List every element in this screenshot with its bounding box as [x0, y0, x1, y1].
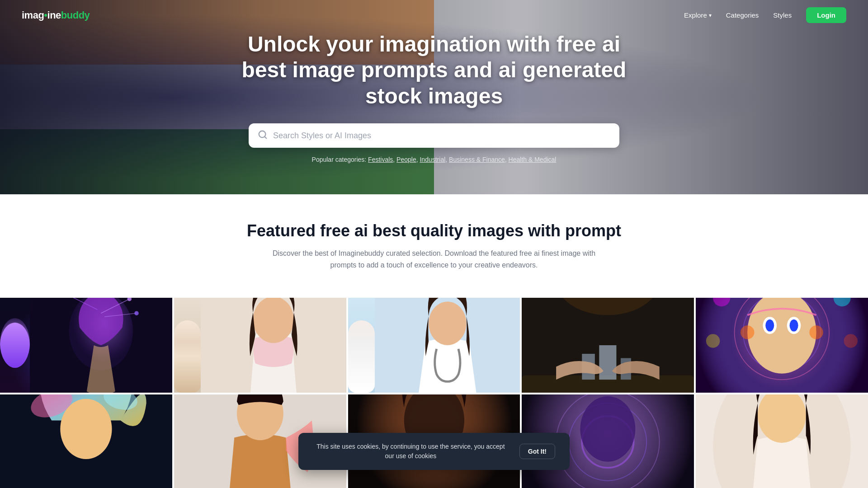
- category-festivals[interactable]: Festivals: [368, 156, 393, 163]
- svg-point-14: [429, 302, 467, 346]
- nav-categories[interactable]: Categories: [726, 11, 759, 19]
- svg-point-37: [60, 399, 112, 459]
- image-handshake: [522, 298, 694, 393]
- image-colorful-face: [696, 298, 868, 393]
- login-button[interactable]: Login: [806, 7, 846, 23]
- image-abstract-woman: [0, 394, 172, 488]
- nav-explore[interactable]: Explore: [684, 11, 712, 19]
- logo-buddy: buddy: [61, 9, 90, 21]
- category-industrial[interactable]: Industrial: [420, 156, 445, 163]
- category-business[interactable]: Business & Finance: [449, 156, 505, 163]
- category-health[interactable]: Health & Medical: [509, 156, 557, 163]
- featured-section: Featured free ai best quality images wit…: [0, 194, 868, 298]
- svg-line-1: [264, 137, 266, 139]
- list-item[interactable]: [696, 394, 868, 488]
- svg-point-35: [844, 334, 858, 347]
- image-woman-light: [696, 394, 868, 488]
- main-nav: imag•inebuddy Explore Categories Styles …: [0, 0, 868, 30]
- svg-point-29: [790, 319, 798, 332]
- cookie-banner: This site uses cookies, by continuing to…: [298, 433, 570, 470]
- popular-label: Popular categories:: [312, 156, 367, 163]
- list-item[interactable]: [0, 394, 172, 488]
- image-doctor: [348, 298, 520, 393]
- search-icon: [258, 130, 268, 141]
- popular-categories: Popular categories: Festivals, People, I…: [241, 156, 627, 163]
- image-row-1: [0, 298, 868, 393]
- nav-links: Explore Categories Styles Login: [684, 7, 846, 23]
- svg-point-31: [810, 325, 823, 339]
- list-item[interactable]: [348, 298, 520, 393]
- search-bar[interactable]: [249, 123, 619, 148]
- logo[interactable]: imag•inebuddy: [22, 9, 90, 21]
- svg-point-51: [580, 396, 636, 462]
- nav-styles[interactable]: Styles: [773, 11, 792, 19]
- svg-rect-19: [599, 345, 617, 380]
- svg-point-30: [741, 325, 754, 339]
- search-input[interactable]: [273, 131, 610, 141]
- image-woman-pink: [174, 298, 346, 393]
- svg-point-27: [765, 319, 774, 332]
- list-item[interactable]: [174, 298, 346, 393]
- svg-point-34: [706, 334, 720, 347]
- image-ai-brain: [0, 298, 172, 393]
- hero-title: Unlock your imagination with free ai bes…: [241, 31, 627, 109]
- list-item[interactable]: [0, 298, 172, 393]
- list-item[interactable]: [696, 298, 868, 393]
- logo-text: imag•inebuddy: [22, 9, 90, 21]
- category-people[interactable]: People: [396, 156, 416, 163]
- featured-title: Featured free ai best quality images wit…: [0, 221, 868, 240]
- svg-point-8: [134, 311, 138, 315]
- hero-content: Unlock your imagination with free ai bes…: [231, 31, 637, 164]
- list-item[interactable]: [522, 298, 694, 393]
- cookie-message: This site uses cookies, by continuing to…: [313, 442, 509, 461]
- svg-point-12: [253, 298, 294, 343]
- got-it-button[interactable]: Got It!: [519, 444, 555, 459]
- featured-description: Discover the best of Imaginebuddy curate…: [262, 248, 606, 271]
